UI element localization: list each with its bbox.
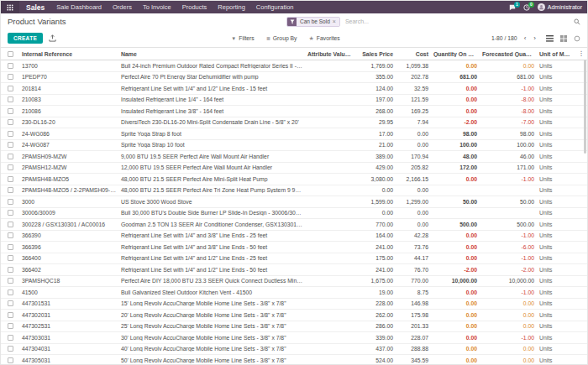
table-row[interactable]: 24-WG087 Sprite Yoga Strap 10 foot 21.00… [1, 140, 587, 152]
table-row[interactable]: 24-WG086 Sprite Yoga Strap 8 foot 17.00 … [1, 128, 587, 140]
table-row[interactable]: 230-DL16-20 DiversiTech 230-DL16-20 Mini… [1, 117, 587, 129]
cell-forecasted-quantity: -1.00 [480, 176, 537, 182]
menu-sale-dashboard[interactable]: Sale Dashboard [56, 3, 102, 11]
filters-button[interactable]: ▼ Filters [231, 35, 254, 41]
menu-reporting[interactable]: Reporting [218, 3, 245, 11]
table-row[interactable]: 30006/30009 Bull 30,000 BTU's Double Sid… [1, 208, 587, 220]
cell-internal-reference: 210083 [19, 96, 118, 102]
cell-quantity-on-hand: 0.00 [431, 323, 480, 329]
pager-prev-icon[interactable]: ‹ [524, 34, 527, 42]
row-checkbox[interactable] [8, 346, 13, 352]
table-row[interactable]: 447302531 25' Long Revolv AccuCharge Mob… [1, 321, 587, 333]
table-row[interactable]: 210083 Insulated Refrigerant Line 1/4" -… [1, 95, 587, 107]
menu-configuration[interactable]: Configuration [256, 3, 294, 11]
table-row[interactable]: 366396 Refrigerant Line Set with 1/4" an… [1, 242, 587, 253]
row-checkbox[interactable] [8, 187, 13, 193]
row-checkbox[interactable] [8, 357, 13, 363]
row-checkbox[interactable] [8, 74, 13, 80]
table-row[interactable]: 210086 Insulated Refrigerant Line 3/8" -… [1, 106, 587, 117]
row-checkbox[interactable] [8, 176, 13, 182]
kanban-view-icon[interactable] [560, 35, 567, 42]
row-checkbox[interactable] [8, 154, 13, 159]
table-row[interactable]: 366390 Refrigerant Line Set with 1/4" an… [1, 231, 587, 242]
table-row[interactable]: 1PEDP70 Perfect Aire 70 Pt Energy Star D… [1, 72, 587, 84]
export-upload-icon[interactable] [49, 34, 56, 42]
app-name[interactable]: Sales [19, 3, 56, 12]
row-checkbox[interactable] [8, 312, 13, 318]
table-row[interactable]: 2PAMSH48-MZO5 / 2-2PAMSH09-MZW / 2PAMSH1… [1, 185, 587, 197]
header-sales-price[interactable]: Sales Price [354, 51, 396, 57]
row-checkbox[interactable] [8, 222, 13, 227]
activities-icon[interactable]: 0 [523, 4, 530, 11]
pager-next-icon[interactable]: › [533, 34, 536, 42]
row-checkbox[interactable] [8, 96, 13, 102]
row-checkbox[interactable] [8, 232, 13, 238]
cell-cost: 7.94 [396, 119, 431, 125]
cell-sales-price: 389.00 [354, 154, 396, 159]
table-row[interactable]: 447303031 30' Long Revolv AccuCharge Mob… [1, 332, 587, 344]
table-row[interactable]: 366400 Refrigerant Line Set with 1/4" an… [1, 253, 587, 265]
search-input[interactable]: Search... [345, 18, 574, 24]
header-forecasted-quantity[interactable]: Forecasted Quantity [480, 51, 537, 57]
header-unit-of-measure[interactable]: Unit of Measure [537, 51, 575, 57]
table-row[interactable]: 41500 Bull Galvanized Steel Outdoor Kitc… [1, 287, 587, 299]
optional-columns-icon[interactable]: ⋮ [575, 50, 587, 57]
cell-name: US Stove 3000 Wood Stove [118, 199, 305, 205]
row-checkbox[interactable] [8, 255, 13, 261]
favorites-button[interactable]: ★ Favorites [309, 35, 340, 42]
activity-view-icon[interactable] [574, 35, 580, 42]
table-row[interactable]: 3000 US Stove 3000 Wood Stove 1,599.00 1… [1, 196, 587, 208]
facet-remove-icon[interactable]: × [333, 18, 336, 24]
group-by-button[interactable]: ≣ Group By [266, 35, 297, 41]
select-all-checkbox[interactable] [8, 51, 13, 57]
row-checkbox[interactable] [8, 63, 13, 69]
menu-to-invoice[interactable]: To Invoice [143, 3, 171, 11]
table-row[interactable]: 300228 / GSX130301 / AC00016 Goodman 2.5… [1, 219, 587, 231]
row-checkbox[interactable] [8, 164, 13, 170]
row-checkbox[interactable] [8, 119, 13, 125]
table-row[interactable]: 447304031 40' Long Revolv AccuCharge Mob… [1, 344, 587, 356]
row-checkbox[interactable] [8, 289, 13, 295]
search-bar[interactable]: Can be Sold × Search... [286, 15, 587, 28]
search-icon[interactable] [574, 18, 580, 25]
table-row[interactable]: 2PAMSH12-MZW 12,000 BTU 19.5 SEER Perfec… [1, 163, 587, 175]
row-checkbox[interactable] [8, 131, 13, 137]
row-checkbox[interactable] [8, 142, 13, 148]
breadcrumb[interactable]: Product Variants [8, 17, 66, 26]
list-view-icon[interactable] [546, 35, 554, 42]
table-row[interactable]: 13700 Bull 24-inch Premium Outdoor Rated… [1, 60, 587, 72]
table-row[interactable]: 2PAMSH09-MZW 9,000 BTU 19.5 SEER Perfect… [1, 151, 587, 163]
menu-products[interactable]: Products [182, 3, 207, 11]
row-checkbox[interactable] [8, 300, 13, 306]
row-checkbox[interactable] [8, 244, 13, 250]
header-name[interactable]: Name [118, 51, 305, 57]
cell-cost: 1,299.00 [396, 199, 431, 205]
header-cost[interactable]: Cost [396, 51, 431, 57]
table-row[interactable]: 447301531 15' Long Revolv AccuCharge Mob… [1, 299, 587, 310]
header-internal-reference[interactable]: Internal Reference [19, 51, 118, 57]
row-checkbox[interactable] [8, 278, 13, 284]
header-quantity-on-hand[interactable]: Quantity On Hand [431, 51, 480, 57]
apps-grid-icon[interactable] [1, 1, 19, 13]
user-menu[interactable]: Administrator [538, 3, 582, 11]
messages-icon[interactable]: 1 [509, 4, 516, 11]
cell-quantity-on-hand: 0.00 [431, 255, 480, 261]
create-button[interactable]: CREATE [8, 33, 43, 44]
row-checkbox[interactable] [8, 199, 13, 205]
row-checkbox[interactable] [8, 108, 13, 114]
row-checkbox[interactable] [8, 267, 13, 273]
row-checkbox[interactable] [8, 335, 13, 341]
cell-sales-price: 175.00 [354, 255, 396, 261]
table-row[interactable]: 447302031 20' Long Revolv AccuCharge Mob… [1, 310, 587, 321]
table-row[interactable]: 366402 Refrigerant Line Set with 1/4" an… [1, 264, 587, 276]
row-checkbox[interactable] [8, 210, 13, 216]
table-row[interactable]: 3PAMSHQC18 Perfect Aire DIY 18,000 BTU 2… [1, 276, 587, 288]
table-row[interactable]: 2PAMSH48-MZO5 48,000 BTU 21.5 SEER Perfe… [1, 174, 587, 185]
scrollbar-thumb[interactable] [584, 60, 586, 154]
row-checkbox[interactable] [8, 323, 13, 329]
table-row[interactable]: 447305031 50' Long Revolv AccuCharge Mob… [1, 355, 587, 365]
table-row[interactable]: 201814 Refrigerant Line Set with 1/4" an… [1, 83, 587, 95]
row-checkbox[interactable] [8, 86, 13, 91]
menu-orders[interactable]: Orders [113, 3, 132, 11]
header-attribute-values[interactable]: Attribute Values [305, 51, 354, 57]
